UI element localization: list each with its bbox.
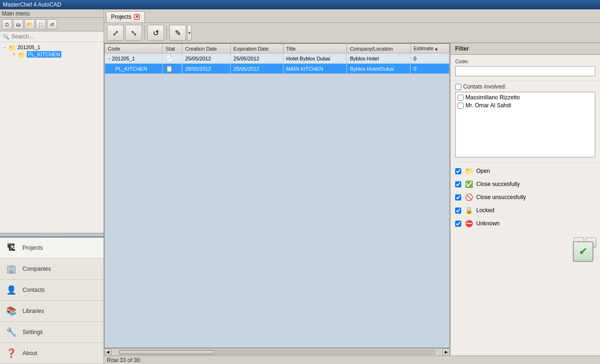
contacts-label-text: Contats involved: [463,83,506,90]
refresh-button[interactable]: ↺ [147,25,164,41]
sidebar-resize-handle[interactable]: · · · · · · · [0,233,104,237]
status-item-close-fail[interactable]: 🚫 Close unsuccesfully [455,193,595,202]
filter-ok-area: + − ✔ [450,236,600,268]
contact-omar[interactable]: Mr. Omar Al Sahdi [458,102,593,109]
projects-icon: 🏗 [5,241,18,254]
status-checkbox-unknown[interactable] [455,221,461,227]
col-stat[interactable]: Stat [163,44,182,53]
search-box: 🔍 [0,31,104,42]
tree-expander-201205-1[interactable]: − [2,45,8,50]
status-item-locked[interactable]: 🔒 Locked [455,206,595,215]
app-title: MasterChef 4 AutoCAD [3,1,61,8]
col-company-location[interactable]: Company/Location [347,44,411,53]
cell-company-location: Byblos Hotel/Dubai [347,64,411,74]
status-label-unknown: Unknown [476,220,500,227]
cell-estimate: 0 [411,64,450,74]
status-label-open: Open [476,168,490,174]
status-checkbox-close-success[interactable] [455,181,461,187]
col-creation-date[interactable]: Creation Date [182,44,231,53]
locked-icon: 🔒 [465,207,473,214]
col-title[interactable]: Title [283,44,347,53]
status-item-unknown[interactable]: ⛔ Unknown [455,219,595,228]
expand-all-button[interactable]: ⤢ [107,25,124,41]
status-text: Row 33 of 30 [107,357,140,364]
cell-expiration-date: 25/05/2012 [231,64,283,74]
tab-close-button[interactable]: ✕ [134,14,140,20]
sidebar-item-about[interactable]: ❓ About [0,343,104,364]
scroll-thumb[interactable] [120,350,214,354]
cell-title: MAIN KITCHEN [283,64,347,74]
sidebar-item-projects[interactable]: 🏗 Projects [0,238,104,259]
scroll-left-btn[interactable]: ◀ [104,349,112,356]
menu-bar-label: Main menu [2,10,30,17]
ok-button[interactable]: ✔ [573,241,593,262]
cell-code: −201205_1 [105,53,163,64]
nav-label-libraries: Libraries [22,308,44,314]
sidebar-btn-refresh[interactable]: ↺ [47,19,57,30]
folder-icon-orange: 📁 [8,45,16,50]
status-checkbox-locked[interactable] [455,208,461,214]
tree-item-201205-1[interactable]: − 📁 201205_1 [1,44,103,51]
tree-label-pl-kitchen: PL_KITCHEN [27,51,61,58]
tree-label-201205-1: 201205_1 [17,45,40,50]
scroll-right-btn[interactable]: ▶ [442,349,450,356]
filter-code-input[interactable] [455,66,595,76]
tree-area: − 📁 201205_1 + 📁 PL_KITCHEN [0,42,104,233]
status-icon-wrap-unknown: ⛔ [464,219,473,228]
cell-stat: 📄 [163,53,182,64]
status-checkbox-open[interactable] [455,168,461,174]
sidebar-item-libraries[interactable]: 📚 Libraries [0,301,104,322]
col-estimate[interactable]: Estimate ▴ [411,44,450,53]
table-row[interactable]: PL_KITCHEN📋28/05/201225/05/2012MAIN KITC… [105,64,450,74]
tree-child-pl-kitchen: + 📁 PL_KITCHEN [10,51,103,58]
search-input[interactable] [11,33,101,40]
contact-massimiliano[interactable]: Massimiliano Rizzetto [458,94,593,101]
stat-icon: 📋 [165,65,173,72]
menu-bar[interactable]: Main menu [0,9,104,18]
sidebar-btn-4[interactable]: ⬚ [36,19,46,30]
content-toolbar: ⤢ ⤡ ↺ ✎ ▾ [104,22,600,43]
horizontal-scrollbar[interactable]: ◀ ▶ [104,348,450,356]
status-label-close-success: Close succesfully [476,181,520,187]
table-section: Code Stat Creation Date Expiration Date … [104,43,450,356]
nav-label-companies: Companies [22,266,51,272]
title-bar: MasterChef 4 AutoCAD [0,0,600,9]
projects-tab[interactable]: Projects ✕ [106,11,145,22]
projects-table: Code Stat Creation Date Expiration Date … [105,44,450,74]
edit-dropdown[interactable]: ▾ [187,25,192,41]
status-checkbox-close-fail[interactable] [455,194,461,201]
status-label-close-fail: Close unsuccesfully [476,194,526,201]
table-row[interactable]: −201205_1📄25/05/201225/05/2012Hotel Bybl… [105,53,450,64]
nav-label-contacts: Contacts [22,287,45,293]
sidebar-item-contacts[interactable]: 👤 Contacts [0,280,104,301]
row-expand-btn[interactable]: − [108,56,111,61]
libraries-icon: 📚 [5,305,18,318]
sidebar-item-companies[interactable]: 🏢 Companies [0,259,104,280]
contacts-involved-checkbox[interactable] [455,84,461,90]
cell-company-location: Byblos Hotel [347,53,411,64]
collapse-all-button[interactable]: ⤡ [125,25,142,41]
edit-button[interactable]: ✎ [169,25,186,41]
contacts-list: Massimiliano Rizzetto Mr. Omar Al Sahdi [455,92,595,157]
col-code[interactable]: Code [105,44,163,53]
status-item-open[interactable]: 📁 Open [455,166,595,176]
unknown-icon: ⛔ [465,220,473,227]
tree-expander-pl-kitchen[interactable]: + [11,52,17,57]
tab-bar: Projects ✕ [104,9,600,22]
open-folder-icon: 📁 [465,167,473,175]
nav-label-settings: Settings [22,329,43,335]
tree-item-pl-kitchen[interactable]: + 📁 PL_KITCHEN [10,51,103,58]
filter-title: Filter [455,45,469,52]
sidebar-item-settings[interactable]: 🔧 Settings [0,322,104,343]
table-wrapper[interactable]: Code Stat Creation Date Expiration Date … [104,43,450,348]
status-item-close-success[interactable]: ✅ Close succesfully [455,179,595,189]
sidebar-btn-1[interactable]: 🗋 [2,19,12,30]
sidebar-btn-3[interactable]: 📂 [24,19,35,30]
col-expiration-date[interactable]: Expiration Date [231,44,283,53]
scroll-track[interactable] [119,350,435,355]
contact-massimiliano-checkbox[interactable] [458,95,464,101]
status-icon-wrap-close-success: ✅ [464,179,473,189]
sidebar-btn-2[interactable]: 🗂 [13,19,23,30]
contact-omar-checkbox[interactable] [458,103,464,109]
nav-label-about: About [22,350,37,357]
